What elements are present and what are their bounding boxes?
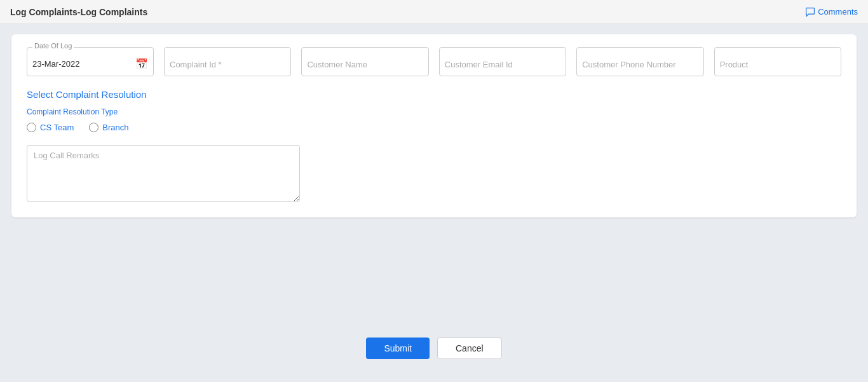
radio-branch-input[interactable] [89,123,98,132]
button-row: Submit Cancel [366,325,501,372]
date-label: Date Of Log [32,42,74,50]
form-card: Date Of Log 23-Mar-2022 📅 [11,34,857,217]
complaint-resolution-type-label: Complaint Resolution Type [27,107,841,116]
product-wrapper [714,47,841,76]
customer-email-wrapper [439,47,566,76]
top-bar: Log Complaints-Log Complaints Comments [0,0,868,24]
radio-cs-team-input[interactable] [27,123,36,132]
section-title-prefix: Select [27,89,56,100]
customer-phone-wrapper [576,47,703,76]
comments-label: Comments [818,7,858,17]
form-top-row: Date Of Log 23-Mar-2022 📅 [27,47,841,76]
page-title: Log Complaints-Log Complaints [10,7,147,17]
main-content: Date Of Log 23-Mar-2022 📅 [0,24,868,382]
customer-email-field-group [439,47,566,76]
complaint-id-input[interactable] [170,50,285,72]
radio-cs-team-label: CS Team [40,123,74,132]
customer-phone-input[interactable] [582,50,698,72]
radio-branch[interactable]: Branch [89,123,128,132]
log-call-remarks-textarea[interactable] [27,145,300,202]
section-title-highlight: Complaint Resolution [56,89,147,100]
complaint-id-wrapper [164,47,291,76]
date-value: 23-Mar-2022 [32,59,79,69]
complaint-id-field-group [164,47,291,76]
submit-button[interactable]: Submit [366,338,430,359]
date-wrapper: Date Of Log 23-Mar-2022 📅 [27,47,154,76]
product-field-group [714,47,841,76]
customer-name-wrapper [301,47,428,76]
customer-phone-field-group [576,47,703,76]
date-field-group: Date Of Log 23-Mar-2022 📅 [27,47,154,76]
customer-name-input[interactable] [307,50,423,72]
cancel-button[interactable]: Cancel [437,338,502,359]
section-title: Select Complaint Resolution [27,89,841,100]
calendar-icon[interactable]: 📅 [135,58,148,70]
radio-branch-label: Branch [102,123,128,132]
radio-cs-team[interactable]: CS Team [27,123,74,132]
customer-name-field-group [301,47,428,76]
radio-group: CS Team Branch [27,123,841,132]
comments-icon [805,7,815,17]
comments-link[interactable]: Comments [805,7,858,17]
product-input[interactable] [720,50,836,72]
customer-email-input[interactable] [445,50,560,72]
